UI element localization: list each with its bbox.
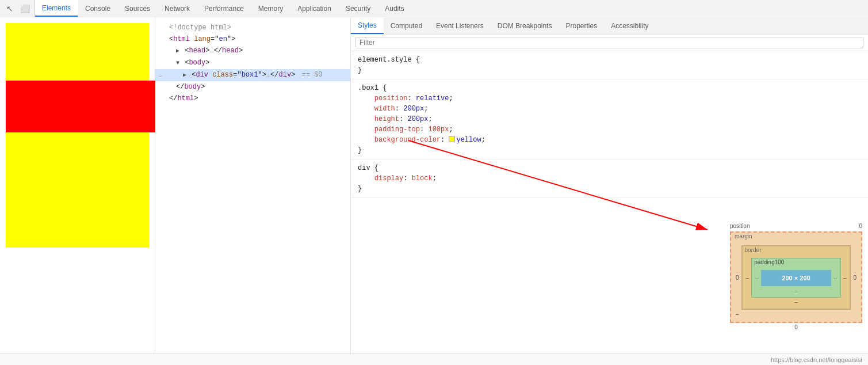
dom-line-html-close: </html> — [155, 93, 350, 104]
tab-performance[interactable]: Performance — [197, 0, 251, 17]
body-triangle[interactable]: ▼ — [176, 58, 179, 69]
bm-border-right-dash: – — [843, 275, 847, 281]
cursor-icon[interactable]: ↖ — [3, 2, 16, 15]
bm-outer: margin 0 border – padding100 – — [730, 231, 862, 323]
preview-panel — [0, 17, 155, 353]
css-prop-padding-top: padding-top: 100px; — [358, 124, 861, 135]
css-selector-div: div { — [358, 163, 861, 173]
bm-border-left-dash: – — [746, 275, 750, 281]
url-text: https://blog.csdn.net/longgeaisisi — [771, 356, 862, 363]
styles-panel: Styles Computed Event Listeners DOM Brea… — [351, 17, 868, 353]
css-rule-box1: .box1 { position: relative; width: 200px… — [351, 79, 868, 159]
bm-outer-left-val: 0 — [736, 275, 739, 281]
dom-line-head[interactable]: ▶ <head>…</head> — [155, 45, 350, 57]
dom-line-body-open[interactable]: ▼ <body> — [155, 57, 350, 69]
red-box — [6, 81, 155, 132]
css-prop-background-color: background-color: yellow; — [358, 135, 861, 145]
dom-line-html: <html lang="en"> — [155, 33, 350, 45]
styles-tab-styles[interactable]: Styles — [351, 17, 384, 34]
devtools-toolbar: ↖ ⬜ Elements Console Sources Network Per… — [0, 0, 868, 17]
css-rule-element-style: element.style { } — [351, 51, 868, 79]
bm-padding-label: padding100 — [754, 259, 784, 265]
tab-audits[interactable]: Audits — [378, 0, 411, 17]
bm-content: 200 × 200 — [761, 270, 832, 286]
bm-border-box: border – padding100 – 200 × 200 – — [741, 245, 851, 310]
styles-tab-accessibility[interactable]: Accessibility — [604, 17, 655, 34]
toolbar-icons: ↖ ⬜ — [0, 0, 35, 17]
tab-sources[interactable]: Sources — [118, 0, 158, 17]
css-close-div: } — [358, 184, 861, 194]
styles-tabs: Styles Computed Event Listeners DOM Brea… — [351, 17, 868, 35]
css-close-element: } — [358, 65, 861, 75]
url-bar: https://blog.csdn.net/longgeaisisi — [0, 353, 868, 365]
color-swatch-yellow[interactable] — [449, 136, 455, 142]
styles-tab-computed[interactable]: Computed — [384, 17, 429, 34]
device-icon[interactable]: ⬜ — [18, 2, 31, 15]
yellow-box — [6, 23, 149, 248]
bm-position-label: position — [730, 223, 750, 229]
styles-content: element.style { } .box1 { position: rela… — [351, 51, 868, 353]
head-triangle[interactable]: ▶ — [176, 46, 179, 56]
css-prop-display: display: block; — [358, 173, 861, 184]
css-prop-position: position: relative; — [358, 93, 861, 104]
styles-filter — [351, 35, 868, 51]
bm-position-row: position 0 — [730, 223, 862, 229]
css-rule-div: div { display: block; } — [351, 159, 868, 198]
doctype-text: <!doctype html> — [169, 24, 231, 32]
bm-margin-label: margin — [735, 233, 752, 239]
css-prop-height: height: 200px; — [358, 114, 861, 124]
dom-dollar-sign: == $0 — [302, 71, 323, 79]
tab-elements[interactable]: Elements — [35, 0, 78, 17]
styles-tab-properties[interactable]: Properties — [559, 17, 604, 34]
filter-input[interactable] — [355, 37, 863, 48]
dom-line-div-box1[interactable]: … ▶ <div class="box1">…</div> == $0 — [155, 69, 350, 81]
bm-border-bottom: – — [746, 299, 847, 305]
bm-margin-bottom-dash: – — [736, 311, 739, 317]
css-prop-width: width: 200px; — [358, 104, 861, 114]
dom-line-body-close: </body> — [155, 81, 350, 93]
tab-console[interactable]: Console — [78, 0, 118, 17]
div-triangle[interactable]: ▶ — [183, 70, 186, 81]
bm-padding-bottom: – — [755, 287, 837, 294]
dom-line-dots: … — [159, 70, 163, 80]
bm-side-right: – — [833, 275, 837, 282]
css-close-box1: } — [358, 145, 861, 155]
tab-application[interactable]: Application — [290, 0, 339, 17]
tab-security[interactable]: Security — [339, 0, 378, 17]
bm-outer-bottom: 0 — [730, 324, 862, 330]
css-selector-element: element.style { — [358, 55, 861, 65]
box-model-diagram: position 0 margin 0 border – padding100 — [730, 223, 862, 330]
dom-panel: <!doctype html> <html lang="en"> ▶ <head… — [155, 17, 351, 353]
bm-position-value: 0 — [859, 223, 862, 229]
styles-tab-dom-breakpoints[interactable]: DOM Breakpoints — [491, 17, 559, 34]
main-content: <!doctype html> <html lang="en"> ▶ <head… — [0, 17, 868, 353]
css-selector-box1: .box1 { — [358, 83, 861, 93]
tab-bar: Elements Console Sources Network Perform… — [35, 0, 868, 17]
bm-side-left: – — [755, 275, 759, 282]
dom-line-doctype: <!doctype html> — [155, 22, 350, 33]
tab-memory[interactable]: Memory — [251, 0, 290, 17]
bm-padding-box: padding100 – 200 × 200 – – — [751, 258, 841, 298]
styles-tab-event-listeners[interactable]: Event Listeners — [429, 17, 491, 34]
tab-network[interactable]: Network — [158, 0, 197, 17]
bm-outer-right-val: 0 — [853, 275, 856, 281]
bm-border-label: border — [745, 247, 762, 253]
